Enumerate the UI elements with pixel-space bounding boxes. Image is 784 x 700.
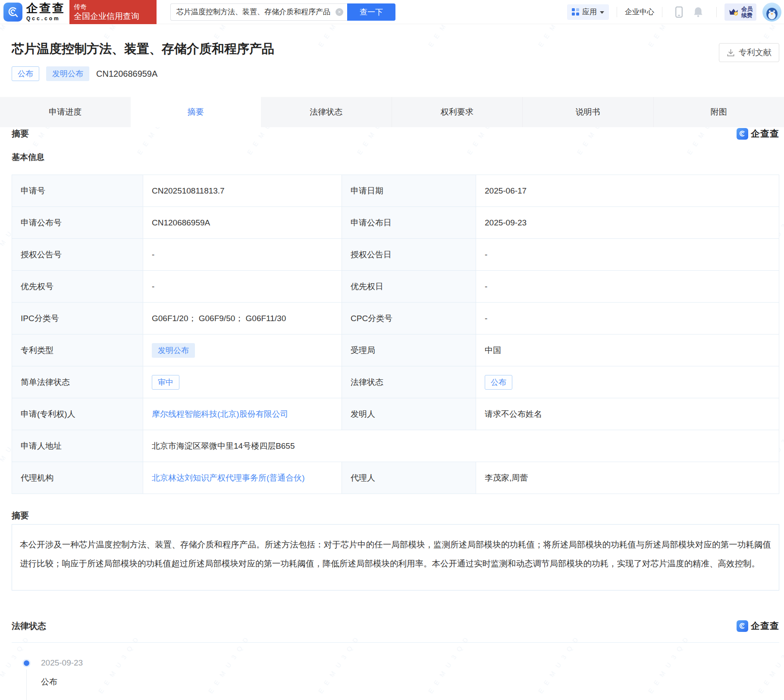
info-label: 授权公告日: [342, 239, 476, 270]
info-label: 申请日期: [342, 175, 476, 206]
qcc-mark-text: 企查查: [751, 128, 779, 140]
info-value: 摩尔线程智能科技(北京)股份有限公司: [143, 398, 342, 430]
info-label: 优先权号: [12, 271, 143, 302]
info-label: 申请(专利权)人: [12, 398, 143, 430]
patent-document-download-button[interactable]: 专利文献: [719, 43, 779, 62]
info-link[interactable]: 北京林达刘知识产权代理事务所(普通合伙): [152, 472, 305, 484]
search-bar: × 查一下: [170, 3, 395, 21]
chevron-down-icon: [600, 11, 604, 14]
divider: [716, 7, 717, 17]
qcc-logo-icon: [3, 3, 22, 22]
download-icon: [727, 49, 735, 57]
divider: [617, 7, 617, 17]
qcc-logo[interactable]: 企查查 Qcc.com: [3, 3, 65, 22]
search-input[interactable]: [170, 3, 347, 21]
info-value: 公布: [476, 366, 779, 398]
info-value: CN202510811813.7: [143, 175, 342, 206]
vip-label-line2: 续费: [741, 12, 753, 19]
tab-application-progress[interactable]: 申请进度: [0, 97, 131, 127]
info-value: 2025-09-23: [476, 207, 779, 238]
publication-number: CN120686959A: [96, 69, 157, 79]
info-value: -: [143, 239, 342, 270]
info-label: 代理人: [342, 462, 476, 494]
info-label: IPC分类号: [12, 303, 143, 334]
tab-description[interactable]: 说明书: [522, 97, 653, 127]
promo-banner: 传奇 全国企业信用查询: [69, 0, 157, 24]
apps-grid-icon: [572, 8, 579, 16]
info-value: -: [143, 271, 342, 302]
info-label: 申请人地址: [12, 430, 143, 462]
info-label: 授权公告号: [12, 239, 143, 270]
tab-bar: 申请进度摘要法律状态权利要求说明书附图: [0, 97, 784, 127]
basic-info-table: 申请号CN202510811813.7申请日期2025-06-17申请公布号CN…: [12, 175, 779, 494]
info-value: 中国: [476, 334, 779, 366]
promo-line2: 全国企业信用查询: [74, 11, 152, 21]
abstract-text: 本公开涉及一种芯片温度控制方法、装置、存储介质和程序产品。所述方法包括：对于芯片…: [12, 524, 779, 591]
info-label: 申请号: [12, 175, 143, 206]
notification-bell-icon[interactable]: [693, 6, 703, 18]
timeline-date: 2025-09-23: [41, 658, 83, 668]
info-value: -: [476, 271, 779, 302]
info-value: 北京林达刘知识产权代理事务所(普通合伙): [143, 462, 342, 494]
search-button[interactable]: 查一下: [347, 3, 395, 21]
abstract-head: 摘要: [12, 510, 779, 522]
info-value: -: [476, 303, 779, 334]
legal-status-title: 法律状态: [12, 620, 46, 632]
info-label: 优先权日: [342, 271, 476, 302]
info-value: 发明公布: [143, 334, 342, 366]
tab-legal-status[interactable]: 法律状态: [261, 97, 392, 127]
basic-info-title: 基本信息: [12, 152, 44, 163]
status-badge: 发明公布: [152, 343, 195, 358]
legal-status-head: 法律状态 企查查: [12, 620, 779, 632]
info-label: CPC分类号: [342, 303, 476, 334]
brand-text: 企查查 Qcc.com: [26, 3, 65, 21]
info-label: 简单法律状态: [12, 366, 143, 398]
divider: [662, 7, 662, 17]
apps-menu[interactable]: 应用: [567, 4, 609, 20]
timeline-line: [26, 669, 27, 700]
patent-badges: 公布 发明公布 CN120686959A: [12, 66, 157, 81]
qcc-watermark-logo: 企查查: [737, 128, 779, 140]
brand-name: 企查查: [26, 3, 65, 14]
tab-drawings[interactable]: 附图: [653, 97, 784, 127]
qcc-logo-icon: [737, 128, 748, 140]
top-right-group: 应用 企业中心: [567, 3, 781, 22]
crown-icon: [728, 8, 739, 16]
download-button-label: 专利文献: [739, 47, 771, 58]
tab-claims[interactable]: 权利要求: [392, 97, 523, 127]
info-link[interactable]: 摩尔线程智能科技(北京)股份有限公司: [152, 409, 289, 420]
info-label: 代理机构: [12, 462, 143, 494]
timeline-status: 公布: [41, 676, 57, 688]
info-value: 李茂家,周蕾: [476, 462, 779, 494]
info-value: CN120686959A: [143, 207, 342, 238]
top-navigation-bar: 企查查 Qcc.com 传奇 全国企业信用查询 × 查一下 应用 企业中心: [0, 0, 784, 24]
info-label: 发明人: [342, 398, 476, 430]
timeline-dot: [24, 660, 29, 666]
vip-renew-button[interactable]: 会员 续费: [724, 3, 756, 21]
enterprise-center-link[interactable]: 企业中心: [625, 7, 654, 17]
qcc-mark-text: 企查查: [751, 620, 779, 632]
info-value: 审中: [143, 366, 342, 398]
abstract-title: 摘要: [12, 510, 29, 522]
status-badge: 审中: [152, 375, 179, 390]
vip-label-line1: 会员: [741, 6, 753, 12]
mobile-app-icon[interactable]: [675, 6, 683, 18]
info-label: 专利类型: [12, 334, 143, 366]
page-title: 芯片温度控制方法、装置、存储介质和程序产品: [12, 41, 274, 58]
tab-abstract[interactable]: 摘要: [131, 97, 261, 127]
info-label: 申请公布号: [12, 207, 143, 238]
publication-status-badge: 公布: [12, 66, 39, 81]
info-label: 申请公布日: [342, 207, 476, 238]
promo-line1: 传奇: [74, 3, 152, 11]
info-value: 请求不公布姓名: [476, 398, 779, 430]
summary-section-title: 摘要: [12, 128, 29, 140]
info-label: 受理局: [342, 334, 476, 366]
clear-icon[interactable]: ×: [336, 8, 343, 16]
info-value: 北京市海淀区翠微中里14号楼四层B655: [143, 430, 779, 462]
info-value: -: [476, 239, 779, 270]
info-value: G06F1/20； G06F9/50； G06F11/30: [143, 303, 342, 334]
qcc-logo-icon: [737, 620, 748, 632]
user-avatar[interactable]: [762, 3, 781, 22]
info-value: 2025-06-17: [476, 175, 779, 206]
apps-label: 应用: [582, 7, 597, 17]
